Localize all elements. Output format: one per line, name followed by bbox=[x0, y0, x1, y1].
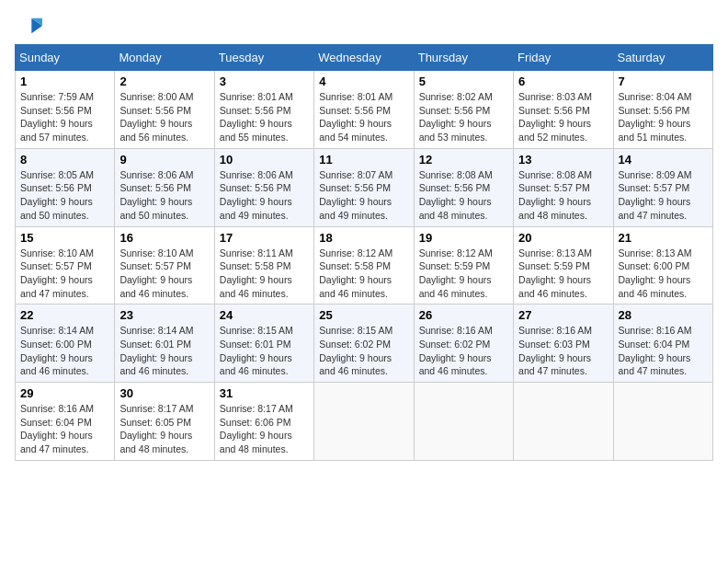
day-number: 15 bbox=[20, 231, 109, 245]
day-number: 3 bbox=[220, 75, 309, 88]
day-number: 17 bbox=[220, 231, 309, 245]
day-number: 26 bbox=[419, 308, 508, 322]
day-number: 8 bbox=[20, 153, 109, 167]
day-number: 16 bbox=[119, 231, 209, 245]
weekday-header: Sunday bbox=[16, 45, 115, 71]
day-number: 25 bbox=[319, 308, 408, 322]
calendar-day-cell: 28 Sunrise: 8:16 AMSunset: 6:04 PMDaylig… bbox=[613, 304, 712, 383]
calendar-day-cell: 18 Sunrise: 8:12 AMSunset: 5:58 PMDaylig… bbox=[314, 226, 414, 304]
day-info: Sunrise: 8:13 AMSunset: 6:00 PMDaylight:… bbox=[619, 247, 692, 299]
day-number: 28 bbox=[619, 308, 708, 322]
day-number: 19 bbox=[419, 231, 508, 245]
day-info: Sunrise: 8:06 AMSunset: 5:56 PMDaylight:… bbox=[220, 169, 293, 221]
day-number: 23 bbox=[119, 308, 209, 322]
day-number: 18 bbox=[319, 231, 408, 245]
calendar-day-cell: 13 Sunrise: 8:08 AMSunset: 5:57 PMDaylig… bbox=[514, 148, 613, 226]
calendar-day-cell: 11 Sunrise: 8:07 AMSunset: 5:56 PMDaylig… bbox=[314, 148, 414, 226]
day-info: Sunrise: 8:01 AMSunset: 5:56 PMDaylight:… bbox=[319, 91, 392, 143]
day-info: Sunrise: 8:11 AMSunset: 5:58 PMDaylight:… bbox=[220, 247, 293, 299]
calendar-week-row: 8 Sunrise: 8:05 AMSunset: 5:56 PMDayligh… bbox=[16, 148, 713, 226]
calendar-week-row: 1 Sunrise: 7:59 AMSunset: 5:56 PMDayligh… bbox=[16, 71, 713, 149]
day-number: 29 bbox=[20, 386, 109, 400]
calendar-table: SundayMondayTuesdayWednesdayThursdayFrid… bbox=[15, 44, 713, 461]
day-info: Sunrise: 8:06 AMSunset: 5:56 PMDaylight:… bbox=[119, 169, 193, 221]
day-info: Sunrise: 8:16 AMSunset: 6:02 PMDaylight:… bbox=[419, 325, 493, 376]
day-number: 24 bbox=[220, 308, 309, 322]
day-info: Sunrise: 8:16 AMSunset: 6:04 PMDaylight:… bbox=[20, 403, 94, 454]
day-number: 21 bbox=[619, 231, 708, 245]
weekday-header: Saturday bbox=[613, 45, 712, 71]
day-number: 6 bbox=[518, 75, 608, 88]
page-header bbox=[15, 15, 713, 37]
calendar-day-cell bbox=[314, 383, 414, 461]
day-info: Sunrise: 8:15 AMSunset: 6:02 PMDaylight:… bbox=[319, 325, 392, 376]
day-number: 11 bbox=[319, 153, 408, 167]
day-info: Sunrise: 8:17 AMSunset: 6:06 PMDaylight:… bbox=[220, 403, 293, 454]
calendar-week-row: 15 Sunrise: 8:10 AMSunset: 5:57 PMDaylig… bbox=[16, 226, 713, 304]
day-info: Sunrise: 8:10 AMSunset: 5:57 PMDaylight:… bbox=[20, 247, 94, 299]
calendar-day-cell: 26 Sunrise: 8:16 AMSunset: 6:02 PMDaylig… bbox=[414, 304, 513, 383]
calendar-day-cell: 25 Sunrise: 8:15 AMSunset: 6:02 PMDaylig… bbox=[314, 304, 414, 383]
day-number: 10 bbox=[220, 153, 309, 167]
calendar-week-row: 29 Sunrise: 8:16 AMSunset: 6:04 PMDaylig… bbox=[16, 383, 713, 461]
day-info: Sunrise: 8:01 AMSunset: 5:56 PMDaylight:… bbox=[220, 91, 293, 143]
day-info: Sunrise: 8:07 AMSunset: 5:56 PMDaylight:… bbox=[319, 169, 392, 221]
day-info: Sunrise: 8:13 AMSunset: 5:59 PMDaylight:… bbox=[518, 247, 592, 299]
calendar-day-cell: 17 Sunrise: 8:11 AMSunset: 5:58 PMDaylig… bbox=[214, 226, 313, 304]
calendar-week-row: 22 Sunrise: 8:14 AMSunset: 6:00 PMDaylig… bbox=[16, 304, 713, 383]
calendar-day-cell: 10 Sunrise: 8:06 AMSunset: 5:56 PMDaylig… bbox=[214, 148, 313, 226]
logo-icon bbox=[15, 15, 42, 37]
day-number: 27 bbox=[518, 308, 608, 322]
day-info: Sunrise: 8:12 AMSunset: 5:59 PMDaylight:… bbox=[419, 247, 493, 299]
calendar-day-cell: 22 Sunrise: 8:14 AMSunset: 6:00 PMDaylig… bbox=[16, 304, 115, 383]
day-number: 12 bbox=[419, 153, 508, 167]
day-info: Sunrise: 8:16 AMSunset: 6:04 PMDaylight:… bbox=[619, 325, 692, 376]
calendar-day-cell: 29 Sunrise: 8:16 AMSunset: 6:04 PMDaylig… bbox=[16, 383, 115, 461]
day-info: Sunrise: 8:00 AMSunset: 5:56 PMDaylight:… bbox=[119, 91, 193, 143]
day-number: 20 bbox=[518, 231, 608, 245]
day-number: 7 bbox=[619, 75, 708, 88]
calendar-day-cell: 6 Sunrise: 8:03 AMSunset: 5:56 PMDayligh… bbox=[514, 71, 613, 149]
day-number: 4 bbox=[319, 75, 408, 88]
day-number: 5 bbox=[419, 75, 508, 88]
weekday-header: Tuesday bbox=[214, 45, 313, 71]
day-number: 13 bbox=[518, 153, 608, 167]
logo bbox=[15, 15, 46, 37]
day-info: Sunrise: 8:08 AMSunset: 5:57 PMDaylight:… bbox=[518, 169, 592, 221]
calendar-day-cell: 27 Sunrise: 8:16 AMSunset: 6:03 PMDaylig… bbox=[514, 304, 613, 383]
day-number: 30 bbox=[119, 386, 209, 400]
day-info: Sunrise: 8:12 AMSunset: 5:58 PMDaylight:… bbox=[319, 247, 392, 299]
day-info: Sunrise: 8:15 AMSunset: 6:01 PMDaylight:… bbox=[220, 325, 293, 376]
day-number: 22 bbox=[20, 308, 109, 322]
day-info: Sunrise: 8:03 AMSunset: 5:56 PMDaylight:… bbox=[518, 91, 592, 143]
calendar-day-cell: 7 Sunrise: 8:04 AMSunset: 5:56 PMDayligh… bbox=[613, 71, 712, 149]
calendar-day-cell: 19 Sunrise: 8:12 AMSunset: 5:59 PMDaylig… bbox=[414, 226, 513, 304]
day-info: Sunrise: 8:17 AMSunset: 6:05 PMDaylight:… bbox=[119, 403, 193, 454]
day-info: Sunrise: 8:05 AMSunset: 5:56 PMDaylight:… bbox=[20, 169, 94, 221]
calendar-day-cell: 4 Sunrise: 8:01 AMSunset: 5:56 PMDayligh… bbox=[314, 71, 414, 149]
calendar-day-cell bbox=[613, 383, 712, 461]
day-info: Sunrise: 8:08 AMSunset: 5:56 PMDaylight:… bbox=[419, 169, 493, 221]
calendar-day-cell: 5 Sunrise: 8:02 AMSunset: 5:56 PMDayligh… bbox=[414, 71, 513, 149]
day-info: Sunrise: 8:16 AMSunset: 6:03 PMDaylight:… bbox=[518, 325, 592, 376]
calendar-day-cell: 16 Sunrise: 8:10 AMSunset: 5:57 PMDaylig… bbox=[115, 226, 214, 304]
day-info: Sunrise: 8:09 AMSunset: 5:57 PMDaylight:… bbox=[619, 169, 692, 221]
calendar-day-cell bbox=[514, 383, 613, 461]
calendar-day-cell: 30 Sunrise: 8:17 AMSunset: 6:05 PMDaylig… bbox=[115, 383, 214, 461]
day-info: Sunrise: 8:10 AMSunset: 5:57 PMDaylight:… bbox=[119, 247, 193, 299]
day-info: Sunrise: 8:14 AMSunset: 6:01 PMDaylight:… bbox=[119, 325, 193, 376]
day-info: Sunrise: 7:59 AMSunset: 5:56 PMDaylight:… bbox=[20, 91, 94, 143]
calendar-day-cell: 14 Sunrise: 8:09 AMSunset: 5:57 PMDaylig… bbox=[613, 148, 712, 226]
calendar-day-cell: 20 Sunrise: 8:13 AMSunset: 5:59 PMDaylig… bbox=[514, 226, 613, 304]
weekday-header: Thursday bbox=[414, 45, 513, 71]
day-info: Sunrise: 8:02 AMSunset: 5:56 PMDaylight:… bbox=[419, 91, 493, 143]
day-number: 2 bbox=[119, 75, 209, 88]
calendar-day-cell: 8 Sunrise: 8:05 AMSunset: 5:56 PMDayligh… bbox=[16, 148, 115, 226]
calendar-day-cell: 9 Sunrise: 8:06 AMSunset: 5:56 PMDayligh… bbox=[115, 148, 214, 226]
calendar-day-cell: 15 Sunrise: 8:10 AMSunset: 5:57 PMDaylig… bbox=[16, 226, 115, 304]
calendar-day-cell: 23 Sunrise: 8:14 AMSunset: 6:01 PMDaylig… bbox=[115, 304, 214, 383]
calendar-day-cell bbox=[414, 383, 513, 461]
day-number: 31 bbox=[220, 386, 309, 400]
day-number: 9 bbox=[119, 153, 209, 167]
day-info: Sunrise: 8:14 AMSunset: 6:00 PMDaylight:… bbox=[20, 325, 94, 376]
